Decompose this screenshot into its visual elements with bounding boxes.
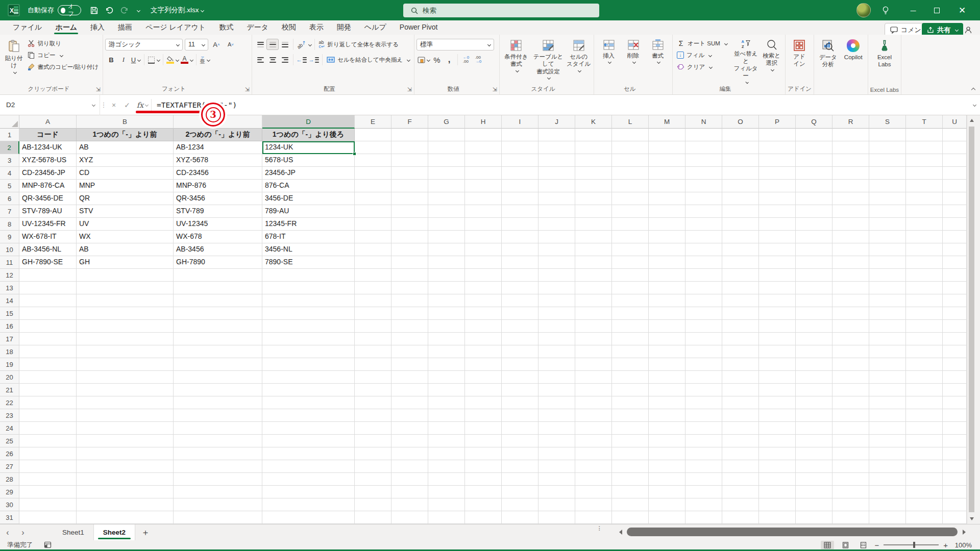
- cell-F25[interactable]: [391, 435, 428, 447]
- cell-S15[interactable]: [869, 307, 906, 320]
- cell-E21[interactable]: [355, 384, 391, 396]
- cell-P14[interactable]: [759, 294, 796, 307]
- cell-D3[interactable]: 5678-US: [262, 154, 355, 167]
- row-header-16[interactable]: 16: [0, 320, 19, 333]
- cell-A30[interactable]: [19, 498, 77, 511]
- cell-A19[interactable]: [19, 358, 77, 371]
- cell-P21[interactable]: [759, 384, 796, 396]
- cell-K26[interactable]: [575, 447, 612, 460]
- cell-M25[interactable]: [649, 435, 685, 447]
- cell-N8[interactable]: [685, 218, 722, 231]
- cell-O15[interactable]: [722, 307, 759, 320]
- cell-I14[interactable]: [502, 294, 538, 307]
- cell-E16[interactable]: [355, 320, 391, 333]
- cell-K6[interactable]: [575, 192, 612, 205]
- cell-P31[interactable]: [759, 511, 796, 524]
- cell-R31[interactable]: [832, 511, 869, 524]
- cell-F11[interactable]: [391, 256, 428, 269]
- cell-J6[interactable]: [538, 192, 575, 205]
- cell-C14[interactable]: [174, 294, 262, 307]
- cell-U9[interactable]: [943, 231, 967, 243]
- cell-Q7[interactable]: [796, 205, 832, 218]
- cell-J31[interactable]: [538, 511, 575, 524]
- cell-P1[interactable]: [759, 129, 796, 141]
- cell-Q16[interactable]: [796, 320, 832, 333]
- cell-A17[interactable]: [19, 333, 77, 345]
- cell-N11[interactable]: [685, 256, 722, 269]
- cell-Q3[interactable]: [796, 154, 832, 167]
- cell-R23[interactable]: [832, 409, 869, 422]
- cell-R21[interactable]: [832, 384, 869, 396]
- cell-M2[interactable]: [649, 141, 685, 154]
- cell-Q24[interactable]: [796, 422, 832, 435]
- decrease-decimal-button[interactable]: .00→0: [472, 54, 484, 65]
- cell-O5[interactable]: [722, 180, 759, 192]
- cell-E12[interactable]: [355, 269, 391, 282]
- minimize-button[interactable]: ─: [901, 0, 925, 20]
- cell-G8[interactable]: [428, 218, 465, 231]
- cut-button[interactable]: 切り取り: [26, 38, 101, 49]
- align-center-icon[interactable]: [266, 54, 279, 65]
- cell-Q4[interactable]: [796, 167, 832, 180]
- cell-J14[interactable]: [538, 294, 575, 307]
- cell-I21[interactable]: [502, 384, 538, 396]
- cell-E13[interactable]: [355, 282, 391, 294]
- cell-T24[interactable]: [906, 422, 943, 435]
- cell-L1[interactable]: [612, 129, 649, 141]
- cell-T13[interactable]: [906, 282, 943, 294]
- cell-A25[interactable]: [19, 435, 77, 447]
- cell-I17[interactable]: [502, 333, 538, 345]
- cell-K11[interactable]: [575, 256, 612, 269]
- cell-A11[interactable]: GH-7890-SE: [19, 256, 77, 269]
- cell-M14[interactable]: [649, 294, 685, 307]
- cell-O30[interactable]: [722, 498, 759, 511]
- cell-G21[interactable]: [428, 384, 465, 396]
- align-left-icon[interactable]: [254, 54, 266, 65]
- accounting-format-button[interactable]: [416, 54, 431, 65]
- cell-F31[interactable]: [391, 511, 428, 524]
- cell-P28[interactable]: [759, 473, 796, 486]
- cell-S12[interactable]: [869, 269, 906, 282]
- cell-J20[interactable]: [538, 371, 575, 384]
- cell-R15[interactable]: [832, 307, 869, 320]
- macro-record-icon[interactable]: [44, 541, 52, 548]
- cell-T26[interactable]: [906, 447, 943, 460]
- cell-B22[interactable]: [77, 396, 174, 409]
- cell-E14[interactable]: [355, 294, 391, 307]
- cell-R26[interactable]: [832, 447, 869, 460]
- autosave-control[interactable]: 自動保存 オフ: [28, 5, 81, 15]
- cell-D16[interactable]: [262, 320, 355, 333]
- cell-A23[interactable]: [19, 409, 77, 422]
- cell-S7[interactable]: [869, 205, 906, 218]
- find-select-button[interactable]: 検索と 選択: [760, 38, 783, 83]
- cell-P9[interactable]: [759, 231, 796, 243]
- cell-H8[interactable]: [465, 218, 502, 231]
- cell-I25[interactable]: [502, 435, 538, 447]
- italic-button[interactable]: I: [117, 54, 130, 65]
- cell-U12[interactable]: [943, 269, 967, 282]
- cell-A10[interactable]: AB-3456-NL: [19, 243, 77, 256]
- cell-I13[interactable]: [502, 282, 538, 294]
- search-box[interactable]: 検索: [403, 4, 599, 17]
- cell-E18[interactable]: [355, 345, 391, 358]
- cell-B20[interactable]: [77, 371, 174, 384]
- cell-M6[interactable]: [649, 192, 685, 205]
- cell-G3[interactable]: [428, 154, 465, 167]
- cell-N2[interactable]: [685, 141, 722, 154]
- zoom-out-button[interactable]: −: [874, 541, 879, 549]
- cell-I9[interactable]: [502, 231, 538, 243]
- fill-handle[interactable]: [353, 152, 356, 156]
- cell-C24[interactable]: [174, 422, 262, 435]
- cell-P17[interactable]: [759, 333, 796, 345]
- cell-O18[interactable]: [722, 345, 759, 358]
- menu-tab-校閲[interactable]: 校閲: [275, 20, 303, 35]
- cell-U15[interactable]: [943, 307, 967, 320]
- cell-J30[interactable]: [538, 498, 575, 511]
- cell-F24[interactable]: [391, 422, 428, 435]
- align-bottom-icon[interactable]: [279, 39, 291, 50]
- cell-E7[interactable]: [355, 205, 391, 218]
- cell-Q8[interactable]: [796, 218, 832, 231]
- cell-H13[interactable]: [465, 282, 502, 294]
- cell-M11[interactable]: [649, 256, 685, 269]
- cell-Q12[interactable]: [796, 269, 832, 282]
